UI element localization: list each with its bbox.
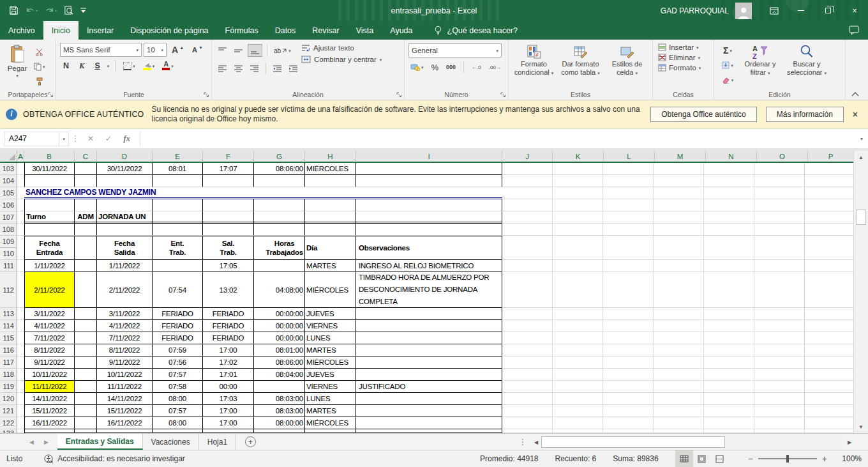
row-header[interactable]: 122 [0,417,17,429]
cell[interactable]: 1/11/2022 [24,260,75,272]
cell[interactable]: 00:00 [203,381,254,393]
cell[interactable]: 15/11/2022 [24,405,75,417]
zoom-out-button[interactable]: − [743,454,758,464]
cell[interactable]: 07:59 [153,344,203,356]
row-header[interactable]: 114 [0,320,17,332]
cell[interactable] [153,260,203,272]
copy-button[interactable]: ▾ [32,60,47,73]
customize-qat-icon[interactable] [80,8,86,13]
align-bottom-button[interactable] [248,44,262,57]
row-header[interactable]: 106 [0,199,17,211]
vertical-scroll-thumb[interactable] [856,210,866,225]
cell[interactable] [75,344,97,356]
cell[interactable] [17,187,24,199]
cell[interactable] [17,236,24,260]
wrap-text-button[interactable]: Ajustar texto [301,44,382,52]
horizontal-scroll-thumb[interactable] [541,436,725,448]
cell[interactable] [17,405,24,417]
redo-icon[interactable]: ▾ [45,6,57,15]
cell[interactable] [254,381,305,393]
empty-cells[interactable] [502,393,853,405]
cell[interactable] [17,308,24,320]
ribbon-tab[interactable]: Insertar [79,21,122,40]
sheet-tab[interactable]: Hoja1 [199,434,236,450]
enter-icon[interactable]: ✓ [105,134,112,143]
view-normal-button[interactable] [675,450,693,467]
cell[interactable]: VIERNES [305,381,356,393]
cell[interactable]: 7/11/2022 [97,332,153,344]
cell[interactable] [17,381,24,393]
cell[interactable]: 4/11/2022 [24,320,75,332]
cell[interactable] [203,199,254,211]
cell[interactable] [153,175,203,187]
number-format-select[interactable]: General▾ [408,43,502,57]
cell[interactable]: 00:00:00 [254,308,305,320]
row-header[interactable]: 105 [0,187,17,199]
comments-icon[interactable] [849,26,859,35]
next-sheet-icon[interactable]: ▶ [44,439,49,445]
name-box[interactable]: A247 ▾ [4,132,69,146]
cell[interactable]: 9/11/2022 [24,356,75,369]
cell[interactable] [356,405,502,417]
view-page-break-button[interactable] [711,450,729,467]
scrollbar-divider[interactable] [522,439,523,445]
cell[interactable] [24,199,75,211]
close-message-icon[interactable]: × [853,109,858,119]
cell[interactable]: 11/11/2022 [24,381,75,393]
horizontal-scrollbar[interactable] [541,436,842,448]
cell[interactable]: MIÉRCOLES [305,272,356,308]
empty-cells[interactable] [502,405,853,417]
user-avatar[interactable] [735,3,752,19]
ribbon-display-options-button[interactable] [761,0,788,21]
column-header[interactable]: L [604,151,655,162]
cell[interactable]: 08:00 [153,417,203,429]
format-painter-button[interactable] [32,75,47,88]
cell[interactable] [356,175,502,187]
column-header[interactable]: C [75,151,97,162]
column-header[interactable]: I [356,151,502,162]
cell[interactable] [254,211,305,224]
sheet-tab[interactable]: Entradas y Salidas [57,434,143,450]
empty-cells[interactable] [502,332,853,344]
row-header[interactable]: 103 [0,163,17,175]
zoom-level[interactable]: 100% [832,454,862,463]
cell[interactable]: MIÉRCOLES [305,356,356,369]
cell[interactable]: Ent. Trab. [153,236,203,260]
empty-cells[interactable] [502,224,853,236]
cell[interactable]: 2/11/2022 [97,272,153,308]
status-count[interactable]: Recuento: 6 [555,454,597,463]
tell-me-search[interactable]: ¿Qué desea hacer? [434,21,518,40]
cell[interactable]: TIMBRADO HORA DE ALMUERZO POR DESCONOCIM… [356,272,502,308]
cell[interactable]: 17:01 [203,369,254,381]
decrease-font-button[interactable]: A▼ [189,43,206,56]
empty-cells[interactable] [502,163,853,175]
name-box-arrow-icon[interactable]: ▾ [63,137,65,141]
row-header[interactable]: 112 [0,272,17,308]
cell[interactable] [356,417,502,429]
cell[interactable] [75,224,97,236]
cell[interactable]: 00:00:00 [254,320,305,332]
cell[interactable]: 16/11/2022 [97,417,153,429]
cell[interactable]: 17:00 [203,405,254,417]
cell[interactable]: 17:00 [203,344,254,356]
cell[interactable] [305,175,356,187]
underline-button[interactable]: S [91,59,103,72]
cell[interactable]: 30/11/2022 [24,163,75,175]
cell[interactable] [75,332,97,344]
column-header[interactable]: B [24,151,75,162]
empty-cells[interactable] [502,308,853,320]
cell[interactable] [75,381,97,393]
empty-cells[interactable] [502,344,853,356]
cell[interactable] [305,199,356,211]
align-right-button[interactable] [248,62,261,75]
cell[interactable] [17,332,24,344]
ribbon-tab[interactable]: Fórmulas [217,21,267,40]
cell[interactable]: 08:01:00 [254,344,305,356]
cell[interactable]: LUNES [305,332,356,344]
hscroll-left-icon[interactable]: ◀ [532,436,541,448]
cell[interactable] [153,211,203,224]
cell[interactable]: 07:54 [153,272,203,308]
conditional-formatting-button[interactable]: ≠ Formato condicional ▾ [511,42,557,89]
align-center-button[interactable] [232,62,245,75]
cell[interactable]: 8/11/2022 [97,344,153,356]
